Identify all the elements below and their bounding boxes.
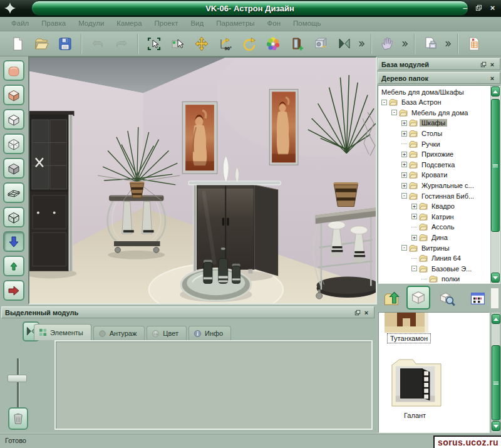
arrow-down-button[interactable] [3, 231, 24, 252]
tree-expander-icon[interactable]: + [401, 152, 407, 157]
menu-item[interactable]: Параметры [210, 17, 261, 27]
document-print-button[interactable] [421, 34, 441, 54]
tree-item[interactable]: -Гостинная Биб... [379, 190, 490, 201]
minimize-button[interactable]: – [460, 3, 470, 13]
tree-item[interactable]: +Журнальные с... [379, 180, 490, 191]
viewport-3d-scene[interactable] [29, 58, 376, 303]
menu-item[interactable]: Вид [184, 17, 210, 27]
tree-expander-icon[interactable]: - [391, 110, 397, 115]
tree-expander-icon[interactable]: + [411, 235, 417, 241]
tree-expander-icon[interactable]: - [411, 266, 417, 271]
glass-cube-button[interactable] [3, 133, 24, 154]
thumb-scroll-up-icon[interactable] [492, 314, 500, 324]
close-panel-icon[interactable]: × [488, 60, 497, 69]
close-tree-icon[interactable]: × [488, 74, 497, 83]
module-elements-area[interactable] [54, 340, 373, 430]
arrow-right-button[interactable] [3, 280, 24, 301]
thumb-scroll-thumb[interactable] [492, 345, 500, 420]
white-cube-button[interactable] [3, 109, 24, 130]
tree-expander-icon[interactable]: + [411, 214, 417, 219]
tree-item[interactable]: +Прихожие [379, 149, 490, 160]
more-chevron-button[interactable] [400, 34, 410, 54]
rotate-button[interactable] [239, 34, 259, 54]
export-excel-button[interactable] [464, 34, 484, 54]
tree-item[interactable]: -Базовые Э... [379, 264, 490, 274]
more-chevron-button[interactable] [357, 34, 366, 54]
close-panel-icon[interactable]: × [362, 308, 371, 317]
tab-grid-green[interactable]: Элементы [34, 324, 91, 340]
tree-item[interactable]: +Шкафы [379, 118, 490, 128]
tree-item[interactable]: +Кровати [379, 170, 490, 180]
tab-circle-gray[interactable]: Антураж [93, 326, 145, 340]
menu-item[interactable]: Камера [110, 17, 148, 27]
close-button[interactable]: × [488, 3, 497, 13]
float-panel-icon[interactable] [479, 60, 488, 69]
arrow-up-button[interactable] [3, 256, 24, 276]
wireframe-cube-button[interactable] [3, 207, 24, 227]
door-add-button[interactable] [287, 34, 307, 54]
delete-module-button[interactable] [8, 407, 28, 430]
zoom-slider-track[interactable] [17, 358, 19, 414]
tree-expander-icon[interactable]: + [401, 120, 407, 126]
tree-scroll-down-icon[interactable] [491, 273, 500, 283]
tree-item[interactable]: +Квадро [379, 201, 490, 212]
select-frame-button[interactable] [144, 34, 164, 54]
tree-item[interactable]: Ассоль [379, 222, 490, 232]
new-document-button[interactable] [8, 34, 28, 54]
menu-item[interactable]: Фон [261, 17, 287, 27]
undo-button[interactable] [88, 34, 108, 54]
tree-item[interactable]: -Мебель для дома [379, 108, 490, 118]
pan-hand-button[interactable] [378, 34, 398, 54]
tree-expander-icon[interactable]: + [401, 172, 407, 178]
tree-scroll-up-icon[interactable] [491, 86, 500, 96]
module-search-button[interactable] [435, 287, 459, 311]
solid-cube-button[interactable] [3, 85, 24, 105]
restore-button[interactable] [474, 3, 483, 13]
module-view-button[interactable] [406, 286, 430, 310]
tree-item[interactable]: +Дина [379, 232, 490, 243]
tree-item[interactable]: +Столы [379, 128, 490, 139]
viewport-3d[interactable] [28, 56, 377, 305]
mirror-flip-button[interactable] [334, 34, 354, 54]
thumbnail-scrollbar[interactable] [491, 312, 500, 433]
galant-preview[interactable] [388, 357, 445, 409]
materials-button[interactable] [263, 34, 283, 54]
tree-expander-icon[interactable]: - [381, 100, 387, 105]
list-view-button[interactable] [468, 289, 488, 309]
tab-color-wheel[interactable]: Цвет [147, 326, 187, 340]
tree-item[interactable]: полки [379, 274, 490, 283]
appliance-button[interactable] [311, 34, 331, 54]
folder-up-button[interactable] [380, 287, 404, 311]
redo-button[interactable] [111, 34, 132, 54]
tree-scroll-thumb[interactable] [491, 99, 500, 232]
tree-expander-icon[interactable]: + [401, 162, 407, 167]
menu-item[interactable]: Проект [148, 17, 185, 27]
tree-expander-icon[interactable]: + [401, 131, 407, 137]
rotate-90-button[interactable]: 90° [215, 34, 235, 54]
tree-expander-icon[interactable]: - [401, 245, 407, 251]
float-panel-icon[interactable] [353, 308, 362, 317]
save-button[interactable] [55, 34, 75, 54]
menu-item[interactable]: Правка [35, 17, 72, 27]
move-button[interactable] [192, 34, 212, 54]
more-chevron-button[interactable] [443, 34, 453, 54]
tree-item[interactable]: +Катрин [379, 212, 490, 222]
tab-info-circle[interactable]: Инфо [189, 326, 231, 340]
soft-cube-button[interactable] [3, 60, 24, 81]
thumb-scroll-down-icon[interactable] [492, 421, 500, 431]
flat-wireframe-button[interactable] [3, 182, 24, 203]
zoom-slider-thumb[interactable] [8, 375, 27, 382]
tree-item[interactable]: Линия 64 [379, 253, 490, 264]
menu-item[interactable]: Помощь [287, 17, 327, 27]
tree-item[interactable]: Ручки [379, 138, 490, 149]
tree-expander-icon[interactable]: + [401, 183, 407, 189]
select-pointer-button[interactable] [168, 34, 188, 54]
open-folder-button[interactable] [31, 34, 51, 54]
menu-item[interactable]: Файл [5, 17, 35, 27]
tree-item[interactable]: -База Астрон [379, 97, 490, 108]
gray-cube-button[interactable] [3, 158, 24, 179]
tree-expander-icon[interactable]: + [411, 204, 417, 209]
menu-item[interactable]: Модули [72, 17, 110, 27]
tutankhamon-preview[interactable] [385, 313, 428, 333]
tree-item[interactable]: +Подсветка [379, 160, 490, 170]
